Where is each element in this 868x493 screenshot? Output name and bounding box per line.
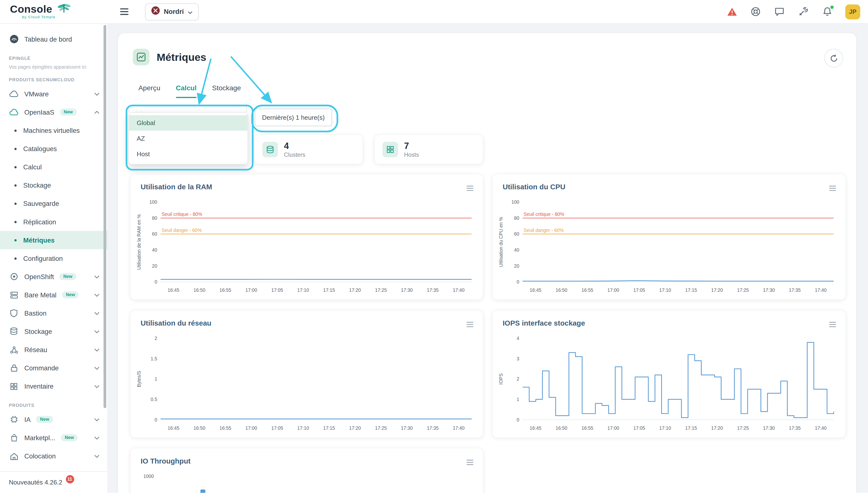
refresh-button[interactable] xyxy=(824,49,843,67)
user-avatar[interactable]: JP xyxy=(845,4,860,19)
scope-select[interactable]: Sélectionner... xyxy=(129,106,247,112)
chevron-down-icon xyxy=(94,92,100,95)
svg-text:20: 20 xyxy=(514,263,519,269)
cloud-icon xyxy=(9,90,19,98)
svg-text:16:50: 16:50 xyxy=(194,287,205,293)
ram-usage-chart: 020406080100Utilisation de la RAM en %16… xyxy=(135,193,477,296)
sidebar-item-label: VMware xyxy=(24,90,49,98)
sidebar-item-openshift[interactable]: OpenShift New xyxy=(0,267,107,286)
svg-text:0: 0 xyxy=(154,279,157,284)
svg-text:IOPS: IOPS xyxy=(498,373,504,384)
chart-card-io-throughput: IO Throughput 8001000 xyxy=(131,448,483,493)
whats-new-link[interactable]: Nouveautés 4.26.2 11 xyxy=(0,471,107,493)
svg-text:17:25: 17:25 xyxy=(375,425,387,431)
sidebar-subitem-catalogues[interactable]: Catalogues xyxy=(0,140,107,158)
sidebar-subitem-configuration[interactable]: Configuration xyxy=(0,249,107,267)
svg-text:100: 100 xyxy=(511,199,519,205)
sidebar-item-openiaas[interactable]: OpenIaaS New xyxy=(0,103,107,121)
house-icon xyxy=(9,452,19,460)
tab-apercu[interactable]: Aperçu xyxy=(138,84,160,98)
new-badge: New xyxy=(62,291,79,299)
grid-boxes-icon xyxy=(9,382,19,390)
sidebar-subitem-calcul[interactable]: Calcul xyxy=(0,158,107,176)
svg-text:17:00: 17:00 xyxy=(245,287,257,293)
svg-text:Seuil critique - 80%: Seuil critique - 80% xyxy=(161,212,202,217)
chevron-down-icon xyxy=(94,366,100,370)
dropdown-option-global[interactable]: Global xyxy=(129,115,247,131)
legend-marker[interactable] xyxy=(200,490,205,493)
chart-menu-icon[interactable] xyxy=(466,183,474,193)
alerts-warning-icon[interactable] xyxy=(726,6,737,17)
openshift-ring-icon xyxy=(9,273,19,281)
tenant-selector[interactable]: Nordri xyxy=(145,3,199,20)
sidebar-scrollbar[interactable] xyxy=(104,25,106,408)
dropdown-option-az[interactable]: AZ xyxy=(129,131,247,146)
bullet-icon xyxy=(14,129,17,131)
tab-bar: Aperçu Calcul Stockage xyxy=(138,84,241,98)
chevron-down-icon xyxy=(94,454,100,458)
svg-text:17:20: 17:20 xyxy=(349,287,361,293)
tools-icon[interactable] xyxy=(798,6,809,17)
svg-text:Bytes/S: Bytes/S xyxy=(136,371,141,387)
svg-text:16:45: 16:45 xyxy=(530,287,541,293)
sidebar-item-vmware[interactable]: VMware xyxy=(0,85,107,103)
subitem-label: Réplication xyxy=(23,218,56,226)
shield-icon xyxy=(9,309,19,317)
sidebar-item-label: Inventaire xyxy=(24,382,53,390)
sidebar-subitem-metriques[interactable]: Métriques xyxy=(0,231,107,249)
svg-text:17:10: 17:10 xyxy=(659,425,671,431)
svg-text:60: 60 xyxy=(514,231,519,237)
svg-text:16:55: 16:55 xyxy=(219,287,231,293)
time-range-button[interactable]: Dernière(s) 1 heure(s) xyxy=(255,109,332,126)
svg-text:17:30: 17:30 xyxy=(763,425,775,431)
sidebar-item-bastion[interactable]: Bastion xyxy=(0,304,107,322)
svg-text:20: 20 xyxy=(152,263,157,269)
sidebar-item-ia[interactable]: IA New xyxy=(0,410,107,429)
tab-stockage[interactable]: Stockage xyxy=(212,84,241,98)
sidebar-item-stockage[interactable]: Stockage xyxy=(0,322,107,340)
notifications-bell-icon[interactable] xyxy=(822,6,833,17)
menu-toggle-icon[interactable] xyxy=(118,6,131,17)
dropdown-option-host[interactable]: Host xyxy=(129,146,247,162)
svg-text:60: 60 xyxy=(152,231,157,237)
support-icon[interactable] xyxy=(750,6,761,17)
sidebar-subitem-stockage[interactable]: Stockage xyxy=(0,176,107,194)
sidebar-subitem-replication[interactable]: Réplication xyxy=(0,213,107,231)
tab-calcul[interactable]: Calcul xyxy=(176,84,197,98)
chart-menu-icon[interactable] xyxy=(466,457,474,468)
sidebar-item-bare-metal[interactable]: Bare Metal New xyxy=(0,286,107,304)
svg-text:0: 0 xyxy=(517,279,519,284)
sidebar-item-dashboard[interactable]: Tableau de bord xyxy=(0,30,107,48)
chevron-up-icon xyxy=(94,110,100,114)
svg-text:17:15: 17:15 xyxy=(685,287,697,293)
chart-menu-icon[interactable] xyxy=(466,320,474,329)
svg-text:Utilisation du CPU en %: Utilisation du CPU en % xyxy=(498,217,504,267)
sidebar-item-commande[interactable]: Commande xyxy=(0,359,107,377)
section-pinned: ÉPINGLÉ xyxy=(9,56,98,61)
svg-text:17:00: 17:00 xyxy=(607,425,619,431)
sidebar-item-label: Marketpl... xyxy=(24,434,55,442)
svg-text:16:45: 16:45 xyxy=(530,425,541,431)
sidebar-item-reseau[interactable]: Réseau xyxy=(0,340,107,359)
cpu-usage-chart: 020406080100Utilisation du CPU en %16:45… xyxy=(497,193,839,296)
tenant-logo-icon xyxy=(151,6,160,17)
chart-menu-icon[interactable] xyxy=(829,183,837,193)
svg-text:17:05: 17:05 xyxy=(633,287,645,293)
scope-dropdown-panel: Global AZ Host xyxy=(129,112,248,165)
feedback-icon[interactable] xyxy=(774,6,785,17)
chevron-down-icon xyxy=(94,436,100,440)
sidebar-subitem-sauvegarde[interactable]: Sauvegarde xyxy=(0,194,107,213)
svg-text:0: 0 xyxy=(517,417,519,423)
sidebar-item-inventaire[interactable]: Inventaire xyxy=(0,377,107,395)
svg-text:2: 2 xyxy=(517,376,519,382)
chart-card-network: Utilisation du réseau 00.511.52Bytes/S16… xyxy=(131,311,483,437)
chart-title: IO Throughput xyxy=(141,457,191,465)
svg-text:17:25: 17:25 xyxy=(737,425,749,431)
chart-menu-icon[interactable] xyxy=(829,320,837,329)
svg-text:Seuil critique - 80%: Seuil critique - 80% xyxy=(524,212,564,217)
sidebar-item-marketplace[interactable]: Marketpl... New xyxy=(0,429,107,447)
svg-text:17:15: 17:15 xyxy=(323,287,335,293)
hosts-icon xyxy=(382,142,398,157)
sidebar-subitem-machines-virtuelles[interactable]: Machines virtuelles xyxy=(0,121,107,140)
sidebar-item-colocation[interactable]: Colocation xyxy=(0,447,107,465)
